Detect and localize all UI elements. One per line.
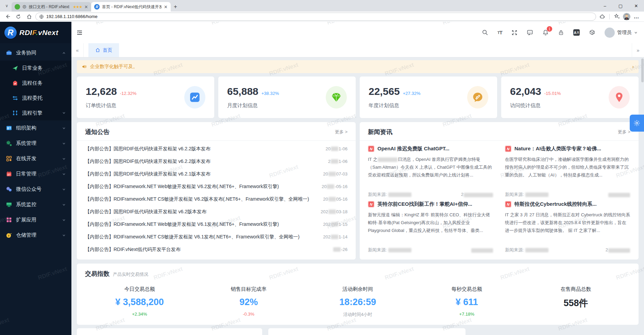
sidebar-item-7[interactable]: 系统监控 [0,197,71,212]
browser-menu-dots-icon[interactable]: … [632,12,641,21]
sidebar-item-5[interactable]: 日常管理 [0,166,71,182]
browser-tab-home[interactable]: R 首页 - RDIF.vNext低代码快速开发 ✕ [91,2,171,12]
sidebar-subitem-3[interactable]: 流程委托 [0,90,71,105]
back-icon[interactable] [3,12,12,21]
gears-icon [5,140,12,147]
tab-close-icon[interactable]: ✕ [84,4,88,10]
news-date [471,247,493,252]
metric-value: ¥ 3,588,200 [85,297,194,307]
paper-plane-icon [12,65,18,71]
theme-settings-button[interactable] [630,115,644,132]
notice-date: -26 [333,247,348,252]
lock-icon[interactable] [558,30,564,36]
font-size-icon[interactable]: TT [497,30,502,35]
notice-row-7[interactable]: 【内部公告】RDIFramework.NET Web敏捷开发框架 V6.1发布(… [85,218,348,231]
notice-row-3[interactable]: 【内部公告】国思RDIF低代码快速开发框架 v6.2.1版本发布2007-03 [85,168,348,180]
home-icon [95,48,100,53]
home-browser-icon[interactable] [24,12,34,21]
fullscreen-icon[interactable] [511,30,518,36]
stat-delta: +38.32% [261,91,279,96]
notice-row-8[interactable]: 【内部公告】RDIFramework.NET CS敏捷开发框架 V6.1发布(.… [85,231,348,243]
translate-icon[interactable]: A文 [573,29,580,36]
announcement-bar[interactable]: 企业数字化触手可及。 › [77,60,639,73]
address-bar[interactable]: 192.168.1.110:6866/home [35,13,596,21]
sidebar-item-label: 微信公众号 [16,186,62,192]
notice-date: 2021-15 [323,222,348,227]
sidebar-subitem-4[interactable]: 流程引擎 [0,105,71,120]
metric-sub: 活动时间4小时 [303,312,412,318]
browser-profile-avatar[interactable] [623,13,630,20]
announcement-chevron-icon[interactable]: › [632,64,634,69]
notification-badge: 1 [547,26,552,32]
sidebar-item-3[interactable]: 系统管理 [0,136,71,151]
metric-value: 558件 [521,297,630,309]
browser-tab-docs[interactable]: 😍 接口文档 - RDIF.vNext ★★★ ✕ [12,2,91,12]
tab-home-label: 首页 [103,47,112,53]
news-card-1[interactable]: NOpenAI 推迟免费版 ChatGPT...IT 之日消息，OpenAI 首… [368,146,493,200]
sidebar-subitem-label: 流程引擎 [22,110,62,116]
tab-search-chevron-icon[interactable]: ∨ [2,0,12,12]
minimize-button[interactable]: – [597,0,613,12]
notice-more-link[interactable]: 更多 > [335,129,348,135]
message-icon[interactable] [527,29,533,36]
favorites-star-icon[interactable] [612,12,622,21]
search-icon[interactable] [482,29,488,36]
news-body: IT 之日消息，OpenAI 首席执行官萨姆奥尔特曼（Sam Altman）今天… [368,156,493,179]
sidebar-item-4[interactable]: 在线开发 [0,151,71,166]
news-more-link[interactable]: 更多 > [618,129,630,135]
news-card-4[interactable]: N特斯拉优化Cybertruck线控转向系...IT 之家 3 月 27 日消息… [505,201,630,255]
tab-home-active[interactable]: 首页 [88,43,119,57]
notice-row-1[interactable]: 【内部公告】国思RDIF低代码快速开发框架 v6.2.2版本发布201-06 [85,143,348,155]
user-menu[interactable]: 管理员 [605,28,638,38]
metric-label: 每秒交易总额 [412,286,521,292]
news-date [608,192,630,197]
sidebar-item-9[interactable]: ¥仓储管理 [0,228,71,243]
flow-nodes-icon [12,110,18,116]
extensions-puzzle-icon[interactable] [597,12,607,21]
tabs-scroll-right-icon[interactable]: » [632,43,644,57]
refresh-icon[interactable] [14,12,23,21]
notice-row-6[interactable]: 【内部公告】国思RDIF低代码快速开发框架 v6.2版本发布20203-18 [85,205,348,218]
trade-title: 交易指数 [85,270,109,278]
menu-fold-icon[interactable] [76,29,83,36]
app-toolbar: TT 1 A文 [71,22,644,43]
sidebar-subitem-2[interactable]: 流程任务 [0,76,71,90]
notice-list: 【内部公告】国思RDIF低代码快速开发框架 v6.2.2版本发布201-06【内… [77,141,356,256]
metric-label: 在售商品总数 [521,286,630,292]
briefcase-icon [5,50,12,56]
page-tabs-bar: « 首页 » [71,43,644,57]
sidebar-item-label: 扩展应用 [16,217,62,223]
sidebar-submenu: 日常业务流程任务流程委托流程引擎 [0,61,71,120]
news-body: IT 之家 3 月 27 日消息，特斯拉正在对 Cybertruck 的线控转向… [505,211,630,234]
package-icon[interactable] [589,29,595,36]
news-card-2[interactable]: NNature：AI击败人类医学专家？哈佛...在医学研究和临床治疗中，准确解读… [505,146,630,200]
notice-row-4[interactable]: 【内部公告】RDIFramework.NET Web敏捷开发框架 V6.2发布(… [85,180,348,193]
sidebar-subitem-label: 日常业务 [22,65,66,71]
sidebar-item-6[interactable]: 微信公众号 [0,182,71,197]
notice-text: 【内部公告】RDIF.vNext低代码开发平台发布 [85,247,187,253]
stat-label: 访问统计信息 [510,102,561,109]
close-button[interactable]: ✕ [628,0,644,12]
sidebar-item-1[interactable]: 业务协同 [0,45,71,61]
stat-value: 62,043 [510,86,541,97]
sidebar-item-8[interactable]: 扩展应用 [0,212,71,228]
news-card-3[interactable]: N英特尔前CEO找到新工作！掌舵AI+信仰...新智元报道 编辑：KingHZ … [368,201,493,255]
tab-close-icon[interactable]: ✕ [164,4,168,10]
scrollbar-thumb[interactable] [641,58,644,82]
redacted-source-patch [388,192,411,197]
stat-label: 年度计划信息 [369,102,420,109]
maximize-button[interactable]: ▢ [613,0,628,12]
new-tab-button[interactable]: + [171,2,180,12]
sidebar-subitem-1[interactable]: 日常业务 [0,61,71,76]
notice-row-5[interactable]: 【内部公告】RDIFramework.NET CS敏捷开发框架 V6.2版本发布… [85,193,348,205]
tabs-scroll-left-icon[interactable]: « [71,43,84,57]
notice-row-9[interactable]: 【内部公告】RDIF.vNext低代码开发平台发布-26 [85,243,348,256]
bell-icon[interactable]: 1 [542,29,549,36]
notice-text: 【内部公告】RDIFramework.NET Web敏捷开发框架 V6.1发布(… [85,221,286,228]
news-panel-title: 新闻资讯 [368,128,392,136]
sidebar-item-2[interactable]: 组织架构 [0,120,71,136]
notice-row-2[interactable]: 【内部公告】国思RDIF低代码快速开发框架 v6.2.2版本发布21-06 [85,155,348,168]
tab-emoji: 😍 [22,5,26,9]
divider [609,14,610,19]
stat-card-2: 65,888+38.32%月度计划信息 [218,77,356,118]
